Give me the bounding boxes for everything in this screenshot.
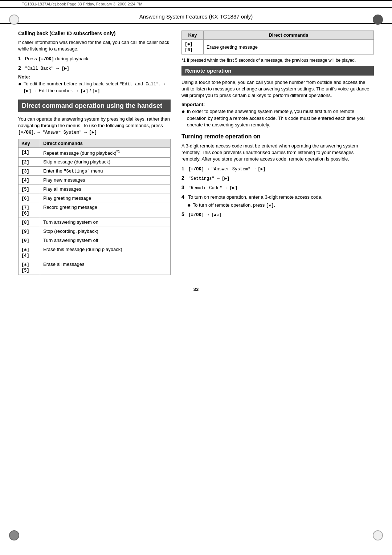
turning-remote-body: A 3-digit remote access code must be ent…: [181, 143, 374, 163]
content-area: Calling back (Caller ID subscribers only…: [0, 24, 392, 279]
calling-back-section: Calling back (Caller ID subscribers only…: [18, 31, 171, 94]
important-bullet-text: In order to operate the answering system…: [187, 108, 374, 128]
remote-step-5: 5 [≡/OK] → [▲○]: [181, 211, 374, 218]
table-row: [8] Turn answering system on: [19, 218, 171, 227]
small-command-table: Key Direct commands [✱][6] Erase greetin…: [181, 31, 374, 54]
remote-step-3: 3 "Remote Code" → [►]: [181, 184, 374, 191]
table-command: Skip message (during playback): [40, 158, 171, 167]
table-command: Erase all messages: [40, 260, 171, 275]
remote-operation-bar: Remote operation: [181, 66, 374, 76]
table-command: Stop (recording, playback): [40, 227, 171, 236]
table-header-commands: Direct commands: [40, 139, 171, 147]
step-4-bullet-text: To turn off remote operation, press [✱].: [193, 202, 374, 209]
table-row: [✱][5] Erase all messages: [19, 260, 171, 275]
table-row: [0] Turn answering system off: [19, 236, 171, 245]
table-key: [8]: [19, 218, 40, 227]
right-column: Key Direct commands [✱][6] Erase greetin…: [181, 24, 374, 279]
bullet-dot-step4: ●: [187, 202, 191, 209]
calling-back-body: If caller information was received for t…: [18, 39, 171, 52]
remote-step-2: 2 "Settings" → [►]: [181, 175, 374, 182]
table-key: [0]: [19, 236, 40, 245]
corner-decoration-tr: [373, 15, 383, 25]
table-command: Turn answering system off: [40, 236, 171, 245]
table-key: [✱][5]: [19, 260, 40, 275]
small-table-header-key: Key: [182, 31, 204, 40]
step-4-bullet: ● To turn off remote operation, press [✱…: [181, 202, 374, 209]
table-row: [7][6] Record greeting message: [19, 203, 171, 218]
remote-step-number-1: 1: [181, 166, 184, 171]
table-row: [5] Play all messages: [19, 185, 171, 194]
remote-step-number-4: 4: [181, 194, 184, 200]
table-command: Turn answering system on: [40, 218, 171, 227]
table-command: Erase greeting message: [204, 40, 374, 54]
bullet-dot: ●: [18, 81, 22, 94]
page-title-header: Answering System Features (KX-TG1837 onl…: [0, 8, 392, 24]
table-key: [4]: [19, 176, 40, 185]
step-2-text: "Call Back" → [►]: [25, 66, 69, 71]
table-key: [5]: [19, 185, 40, 194]
corner-decoration-br: [373, 530, 383, 540]
important-label: Important:: [181, 102, 374, 107]
note-bullet-1: ● To edit the number before calling back…: [18, 81, 171, 94]
page-container: TG1831-1837AL(e).book Page 33 Friday, Fe…: [0, 0, 392, 555]
footnote: *1 If pressed within the first 5 seconds…: [181, 57, 374, 64]
small-table-header-commands: Direct commands: [204, 31, 374, 40]
table-command: Repeat message (during playback)*1: [40, 147, 171, 157]
direct-command-table: Key Direct commands [1] Repeat message (…: [18, 139, 171, 275]
table-row: [6] Play greeting message: [19, 194, 171, 203]
page-title: Answering System Features (KX-TG1837 onl…: [139, 13, 253, 20]
remote-step-number-5: 5: [181, 211, 184, 217]
remote-step-4: 4 To turn on remote operation, enter a 3…: [181, 194, 374, 209]
table-command: Enter the "Settings" menu: [40, 167, 171, 176]
direct-command-bar: Direct command operation using the hands…: [18, 100, 171, 112]
key-ok: [≡/OK]: [38, 57, 54, 62]
table-row: [3] Enter the "Settings" menu: [19, 167, 171, 176]
table-command: Record greeting message: [40, 203, 171, 218]
step-2: 2 "Call Back" → [►]: [18, 65, 171, 72]
table-key: [7][6]: [19, 203, 40, 218]
topbar-text: TG1831-1837AL(e).book Page 33 Friday, Fe…: [22, 2, 142, 6]
table-key: [9]: [19, 227, 40, 236]
important-bullet: ● In order to operate the answering syst…: [181, 108, 374, 128]
table-command: Play all messages: [40, 185, 171, 194]
table-row: [1] Repeat message (during playback)*1: [19, 147, 171, 157]
turning-remote-heading: Turning remote operation on: [181, 133, 374, 140]
table-command: Play new messages: [40, 176, 171, 185]
step-1: 1 Press [≡/OK] during playback.: [18, 55, 171, 62]
turning-remote-on-section: Turning remote operation on A 3-digit re…: [181, 133, 374, 218]
corner-decoration-tl: [9, 15, 19, 25]
corner-decoration-bl: [9, 530, 19, 540]
remote-operation-body: Using a touch tone phone, you can call y…: [181, 79, 374, 99]
table-key: [3]: [19, 167, 40, 176]
table-key: [✱][6]: [182, 40, 204, 54]
top-bar: TG1831-1837AL(e).book Page 33 Friday, Fe…: [0, 0, 392, 8]
step-number-1: 1: [18, 56, 21, 61]
note-label: Note:: [18, 74, 171, 80]
table-row: [9] Stop (recording, playback): [19, 227, 171, 236]
table-key: [1]: [19, 147, 40, 157]
table-key: [2]: [19, 158, 40, 167]
table-key: [6]: [19, 194, 40, 203]
remote-operation-section: Using a touch tone phone, you can call y…: [181, 79, 374, 128]
table-row: [✱][4] Erase this message (during playba…: [19, 245, 171, 260]
calling-back-heading: Calling back (Caller ID subscribers only…: [18, 31, 171, 36]
direct-command-table-body: [1] Repeat message (during playback)*1 […: [19, 147, 171, 275]
remote-step-1: 1 [≡/OK] → "Answer System" → [►]: [181, 165, 374, 173]
table-key: [✱][4]: [19, 245, 40, 260]
table-row: [2] Skip message (during playback): [19, 158, 171, 167]
direct-command-body: You can operate the answering system by …: [18, 116, 171, 136]
remote-step-number-3: 3: [181, 185, 184, 190]
note-bullet-text: To edit the number before calling back, …: [24, 81, 171, 94]
table-header-key: Key: [19, 139, 40, 147]
page-number: 33: [0, 279, 392, 296]
step-number-2: 2: [18, 65, 21, 71]
table-command: Play greeting message: [40, 194, 171, 203]
left-column: Calling back (Caller ID subscribers only…: [18, 24, 171, 279]
remote-step-number-2: 2: [181, 175, 184, 181]
table-row: [4] Play new messages: [19, 176, 171, 185]
table-row: [✱][6] Erase greeting message: [182, 40, 374, 54]
table-command: Erase this message (during playback): [40, 245, 171, 260]
bullet-dot-important: ●: [181, 108, 185, 128]
